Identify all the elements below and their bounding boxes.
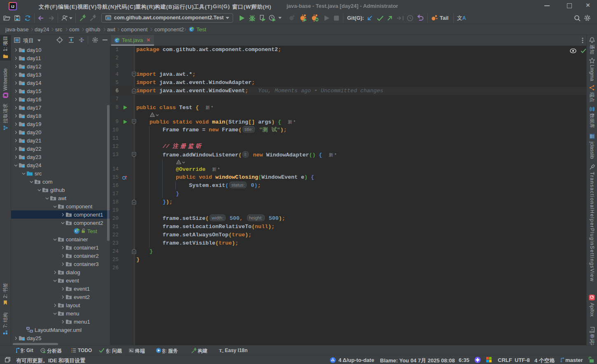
svg-text:T: T [219, 348, 222, 353]
svg-text:IJ: IJ [11, 5, 14, 9]
